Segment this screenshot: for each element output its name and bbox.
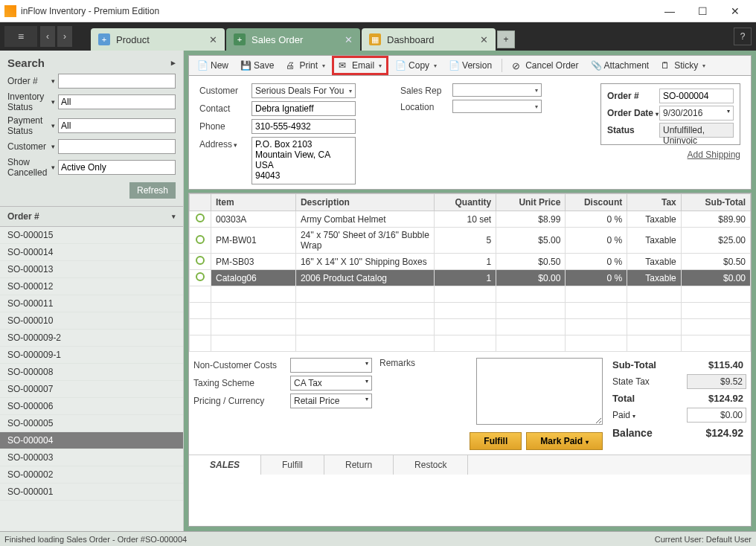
chevron-down-icon[interactable]: ▾	[51, 164, 55, 171]
table-row[interactable]: 00303AArmy Combat Helmet10 set$8.990 %Ta…	[190, 211, 751, 228]
ncc-select[interactable]: ▾	[290, 358, 372, 373]
order-list-item[interactable]: SO-000008	[0, 364, 183, 381]
remarks-label: Remarks	[379, 358, 476, 368]
phone-label: Phone	[199, 119, 252, 132]
contact-input[interactable]	[252, 101, 356, 116]
tab-product[interactable]: + Product ✕	[91, 28, 225, 51]
col-tax[interactable]: Tax	[627, 194, 682, 211]
order-list-item[interactable]: SO-000004	[0, 432, 183, 449]
search-canc-select[interactable]	[58, 160, 176, 175]
subtab-restock[interactable]: Restock	[394, 455, 468, 475]
mark-paid-button[interactable]: Mark Paid▾	[526, 432, 603, 450]
chevron-down-icon[interactable]: ▾	[51, 143, 55, 150]
order-meta: Order # Order Date ▾9/30/2016▾ StatusUnf…	[600, 83, 740, 145]
print-button[interactable]: Print▾	[281, 57, 330, 74]
chevron-down-icon[interactable]: ▾	[51, 98, 55, 106]
order-list-item[interactable]: SO-000002	[0, 466, 183, 484]
close-icon[interactable]: ✕	[480, 34, 488, 45]
chevron-down-icon[interactable]: ▾	[51, 122, 55, 129]
cancel-order-button[interactable]: Cancel Order	[507, 57, 583, 74]
salesrep-select[interactable]: ▾	[452, 83, 542, 97]
table-row-empty[interactable]	[190, 286, 751, 303]
subtab-fulfill[interactable]: Fulfill	[261, 455, 324, 475]
col-desc[interactable]: Description	[295, 194, 434, 211]
add-shipping-link[interactable]: Add Shipping	[688, 150, 740, 160]
order-list-item[interactable]: SO-000012	[0, 278, 183, 295]
copy-button[interactable]: Copy▾	[390, 57, 442, 74]
order-date-label: Order Date ▾	[607, 108, 659, 118]
salesrep-label: Sales Rep	[400, 83, 452, 96]
nav-back-button[interactable]: ‹	[40, 26, 55, 47]
order-list-item[interactable]: SO-000014	[0, 244, 183, 261]
col-item[interactable]: Item	[211, 194, 296, 211]
copy-icon	[395, 60, 406, 71]
nav-forward-button[interactable]: ›	[57, 26, 72, 47]
table-row[interactable]: PM-SB0316'' X 14'' X 10'' Shipping Boxes…	[190, 254, 751, 270]
chevron-down-icon: ▾	[702, 62, 705, 69]
search-inv-select[interactable]	[58, 94, 176, 109]
order-list-item[interactable]: SO-000005	[0, 415, 183, 432]
order-num-input[interactable]	[659, 89, 734, 103]
order-list-item[interactable]: SO-000001	[0, 484, 183, 501]
order-list-header[interactable]: Order # ▾	[0, 206, 183, 227]
refresh-button[interactable]: Refresh	[129, 182, 176, 199]
minimize-button[interactable]: —	[653, 1, 686, 22]
add-tab-button[interactable]: +	[497, 30, 515, 48]
attachment-icon	[591, 60, 601, 71]
status-circle-icon	[196, 256, 205, 265]
order-list-item[interactable]: SO-000015	[0, 227, 183, 244]
main-menu-button[interactable]: ≡	[4, 26, 37, 47]
sticky-button[interactable]: Sticky▾	[656, 57, 711, 74]
customer-label: Customer	[199, 83, 252, 96]
search-pay-select[interactable]	[58, 118, 176, 133]
order-list-item[interactable]: SO-000009-1	[0, 347, 183, 364]
table-row[interactable]: PM-BW0124'' x 750' Sheet of 3/16'' Bubbl…	[190, 228, 751, 254]
attachment-button[interactable]: Attachment	[586, 57, 655, 74]
customer-select[interactable]: Serious Deals For You▾	[252, 83, 356, 98]
search-pay-label: Payment Status	[7, 115, 51, 136]
col-qty[interactable]: Quantity	[435, 194, 496, 211]
location-select[interactable]: ▾	[452, 100, 542, 113]
pricing-select[interactable]: Retail Price▾	[290, 394, 372, 408]
table-row-empty[interactable]	[190, 319, 751, 335]
col-sub[interactable]: Sub-Total	[681, 194, 750, 211]
chevron-down-icon[interactable]: ▾	[51, 77, 55, 85]
col-disc[interactable]: Discount	[566, 194, 627, 211]
phone-input[interactable]	[252, 119, 356, 134]
help-button[interactable]: ?	[734, 28, 752, 45]
collapse-icon[interactable]: ▸	[171, 58, 176, 68]
email-button[interactable]: Email▾	[332, 56, 388, 75]
version-button[interactable]: Version	[443, 57, 497, 74]
contact-label: Contact	[199, 101, 252, 114]
order-list-item[interactable]: SO-000013	[0, 261, 183, 278]
remarks-input[interactable]	[476, 358, 603, 425]
search-cust-input[interactable]	[58, 139, 176, 154]
order-list-item[interactable]: SO-000010	[0, 312, 183, 330]
subtab-sales[interactable]: SALES	[189, 455, 261, 475]
save-button[interactable]: Save	[235, 57, 279, 74]
table-row-empty[interactable]	[190, 303, 751, 319]
scheme-select[interactable]: CA Tax▾	[290, 376, 372, 391]
tab-sales-order[interactable]: + Sales Order ✕	[226, 28, 360, 51]
col-price[interactable]: Unit Price	[496, 194, 566, 211]
order-list-item[interactable]: SO-000003	[0, 449, 183, 466]
tab-dashboard[interactable]: ▦ Dashboard ✕	[362, 28, 496, 51]
table-row[interactable]: Catalog062006 Product Catalog1$0.000 %Ta…	[190, 270, 751, 286]
order-list-item[interactable]: SO-000006	[0, 398, 183, 415]
close-icon[interactable]: ✕	[209, 34, 217, 45]
new-button[interactable]: New	[192, 57, 234, 74]
order-list-item[interactable]: SO-000009-2	[0, 330, 183, 347]
fulfill-button[interactable]: Fulfill	[470, 432, 522, 450]
close-icon[interactable]: ✕	[345, 34, 353, 45]
order-list-item[interactable]: SO-000007	[0, 381, 183, 398]
order-list-item[interactable]: SO-000011	[0, 295, 183, 312]
order-date-input[interactable]: 9/30/2016▾	[659, 106, 734, 121]
close-button[interactable]: ✕	[719, 1, 752, 22]
address-input[interactable]	[252, 137, 356, 184]
paid-input[interactable]: $0.00	[687, 408, 746, 423]
maximize-button[interactable]: ☐	[686, 1, 719, 22]
search-order-input[interactable]	[58, 74, 176, 89]
scheme-label: Taxing Scheme	[193, 378, 290, 388]
subtab-return[interactable]: Return	[324, 455, 394, 475]
table-row-empty[interactable]	[190, 335, 751, 352]
